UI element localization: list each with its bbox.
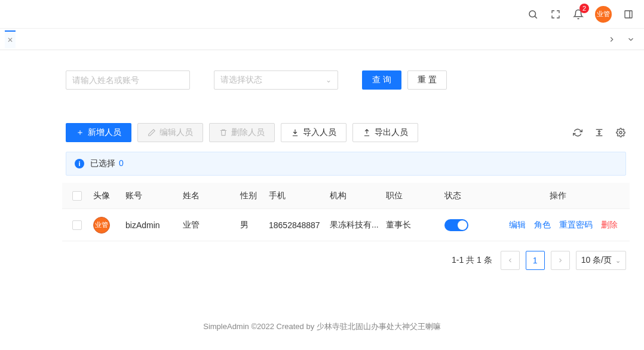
page-1[interactable]: 1 (526, 251, 545, 270)
layout-icon[interactable] (622, 8, 634, 20)
edit-icon (148, 128, 156, 137)
data-table: 头像 账号 姓名 性别 手机 机构 职位 状态 操作 业管 bizAdmin 业… (62, 183, 630, 241)
user-avatar[interactable]: 业管 (595, 6, 612, 23)
name-input[interactable] (66, 70, 190, 90)
refresh-icon[interactable] (572, 127, 583, 138)
footer-text: SimpleAdmin ©2022 Created by 少林寺驻北固山办事处大… (0, 321, 644, 332)
row-checkbox[interactable] (72, 220, 82, 230)
export-icon (363, 128, 371, 137)
page-prev[interactable] (501, 251, 520, 270)
row-gender: 男 (240, 220, 269, 231)
search-icon[interactable] (527, 8, 539, 20)
row-name: 业管 (183, 220, 240, 231)
side-column (0, 50, 48, 194)
svg-line-1 (535, 16, 536, 18)
query-button[interactable]: 查 询 (362, 70, 401, 90)
notification-badge: 2 (579, 4, 589, 13)
page-next[interactable] (551, 251, 570, 270)
tab-bar: ✕ (0, 29, 644, 50)
table-card: ＋ 新增人员 编辑人员 删除人员 导入人员 导出人员 (62, 117, 630, 280)
table-toolbar: ＋ 新增人员 编辑人员 删除人员 导入人员 导出人员 (62, 117, 630, 148)
notification-icon[interactable]: 2 (572, 8, 584, 20)
status-placeholder: 请选择状态 (220, 75, 262, 85)
search-form: 请选择状态 ⌄ 查 询 重 置 (62, 62, 630, 100)
alert-label: 已选择 (90, 158, 115, 168)
export-button[interactable]: 导出人员 (352, 123, 418, 142)
trash-icon (219, 128, 228, 137)
table-header: 头像 账号 姓名 性别 手机 机构 职位 状态 操作 (62, 183, 630, 209)
tab-menu-icon[interactable] (622, 31, 639, 48)
table-row: 业管 bizAdmin 业管 男 18652848887 果冻科技有... 董事… (62, 209, 630, 241)
col-account: 账号 (125, 191, 183, 201)
fullscreen-icon[interactable] (550, 8, 562, 20)
svg-point-0 (529, 11, 536, 17)
import-icon (291, 128, 299, 137)
edit-button: 编辑人员 (137, 123, 203, 142)
action-edit[interactable]: 编辑 (509, 220, 526, 231)
col-gender: 性别 (240, 191, 269, 201)
row-position: 董事长 (386, 220, 444, 231)
action-reset-pwd[interactable]: 重置密码 (559, 220, 593, 231)
alert-count: 0 (119, 158, 124, 168)
status-select[interactable]: 请选择状态 ⌄ (214, 70, 338, 90)
column-height-icon[interactable] (594, 127, 605, 138)
col-phone: 手机 (269, 191, 330, 201)
row-phone: 18652848887 (269, 220, 330, 230)
page-size-select[interactable]: 10 条/页 ⌄ (576, 251, 626, 270)
col-name: 姓名 (183, 191, 240, 201)
info-icon: i (75, 159, 84, 168)
svg-point-7 (620, 131, 622, 134)
import-button[interactable]: 导入人员 (281, 123, 346, 142)
tab-next-icon[interactable] (603, 31, 620, 48)
reset-button[interactable]: 重 置 (407, 70, 447, 90)
selection-alert: i 已选择 0 (66, 152, 626, 176)
action-role[interactable]: 角色 (534, 220, 551, 231)
main-content: 请选择状态 ⌄ 查 询 重 置 ＋ 新增人员 编辑人员 删除人员 导入人 (48, 50, 644, 280)
col-actions: 操作 (498, 191, 630, 201)
settings-icon[interactable] (615, 127, 626, 138)
action-delete[interactable]: 删除 (601, 220, 618, 231)
page-info: 1-1 共 1 条 (452, 255, 492, 266)
col-position: 职位 (386, 191, 444, 201)
svg-rect-2 (625, 11, 632, 18)
delete-button: 删除人员 (209, 123, 275, 142)
chevron-down-icon: ⌄ (326, 76, 332, 84)
row-avatar: 业管 (93, 217, 110, 234)
chevron-down-icon: ⌄ (615, 257, 621, 265)
col-status: 状态 (444, 191, 498, 201)
status-switch[interactable] (444, 219, 468, 231)
row-org: 果冻科技有... (330, 220, 386, 231)
add-button[interactable]: ＋ 新增人员 (66, 123, 131, 142)
select-all-checkbox[interactable] (72, 191, 82, 201)
pagination: 1-1 共 1 条 1 10 条/页 ⌄ (62, 241, 630, 280)
top-bar: 2 业管 (0, 0, 644, 29)
row-account: bizAdmin (125, 220, 183, 230)
col-org: 机构 (330, 191, 386, 201)
col-avatar: 头像 (92, 191, 125, 201)
plus-icon: ＋ (76, 127, 84, 138)
tab-close-icon[interactable]: ✕ (5, 30, 16, 48)
